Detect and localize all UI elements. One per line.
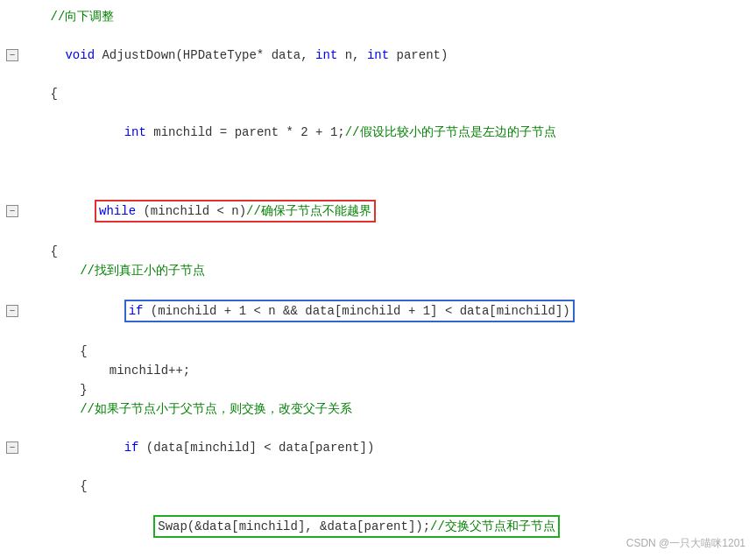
- line-6-text: while (minchild < n)//确保子节点不能越界: [21, 180, 752, 242]
- code-line-11: minchild++;: [0, 361, 756, 380]
- line-3-text: {: [21, 84, 752, 103]
- collapse-btn-9[interactable]: −: [6, 305, 18, 317]
- line-4-text: int minchild = parent * 2 + 1;//假设比较小的子节…: [21, 103, 752, 161]
- line-7-text: {: [21, 242, 752, 261]
- gutter-6[interactable]: −: [4, 205, 21, 217]
- code-line-1: //向下调整: [0, 7, 756, 26]
- collapse-btn-6[interactable]: −: [6, 205, 18, 217]
- line-8-text: //找到真正小的子节点: [21, 261, 752, 280]
- code-line-15: {: [0, 477, 756, 496]
- collapse-btn-2[interactable]: −: [6, 49, 18, 61]
- line-9-text: if (minchild + 1 < n && data[minchild + …: [21, 280, 752, 342]
- code-editor: //向下调整 − void AdjustDown(HPDateType* dat…: [0, 0, 756, 558]
- code-line-9: − if (minchild + 1 < n && data[minchild …: [0, 280, 756, 342]
- line-13-text: //如果子节点小于父节点，则交换，改变父子关系: [21, 399, 752, 419]
- line-15-text: {: [21, 477, 752, 496]
- collapse-btn-14[interactable]: −: [6, 441, 18, 454]
- code-line-5: [0, 161, 756, 180]
- code-line-10: {: [0, 342, 756, 361]
- gutter-14[interactable]: −: [4, 441, 21, 454]
- line-5-text: [21, 161, 752, 180]
- code-line-7: {: [0, 242, 756, 261]
- code-line-14: − if (data[minchild] < data[parent]): [0, 419, 756, 477]
- code-line-4: int minchild = parent * 2 + 1;//假设比较小的子节…: [0, 103, 756, 161]
- line-1-text: //向下调整: [21, 7, 752, 26]
- line-12-text: }: [21, 380, 752, 399]
- code-line-2: − void AdjustDown(HPDateType* data, int …: [0, 26, 756, 84]
- code-line-8: //找到真正小的子节点: [0, 261, 756, 280]
- line-11-text: minchild++;: [21, 361, 752, 380]
- line-14-text: if (data[minchild] < data[parent]): [21, 419, 752, 477]
- gutter-2[interactable]: −: [4, 49, 21, 61]
- line-2-text: void AdjustDown(HPDateType* data, int n,…: [21, 26, 752, 84]
- code-line-6: − while (minchild < n)//确保子节点不能越界: [0, 180, 756, 242]
- code-line-3: {: [0, 84, 756, 103]
- code-line-13: //如果子节点小于父节点，则交换，改变父子关系: [0, 399, 756, 419]
- watermark: CSDN @一只大喵咪1201: [626, 536, 745, 551]
- line-10-text: {: [21, 342, 752, 361]
- gutter-9[interactable]: −: [4, 305, 21, 317]
- code-line-12: }: [0, 380, 756, 399]
